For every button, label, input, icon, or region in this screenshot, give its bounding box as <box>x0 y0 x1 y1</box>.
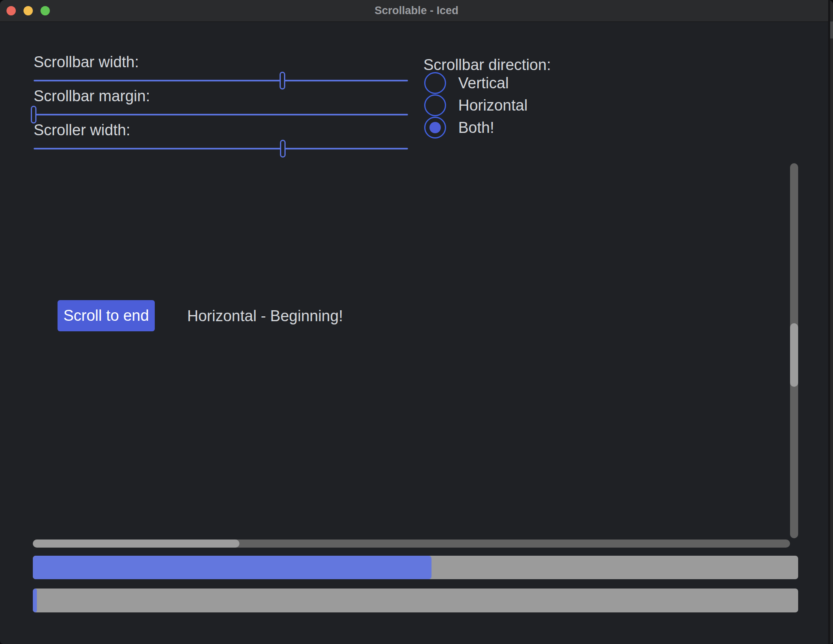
horizontal-scrollbar-track[interactable] <box>33 540 790 548</box>
scrollbar-margin-label: Scrollbar margin: <box>34 87 150 105</box>
scrollbar-width-slider-group: Scrollbar width: <box>34 53 408 90</box>
radio-both-label: Both! <box>458 117 494 139</box>
scrollbar-direction-group: Scrollbar direction: Vertical Horizontal… <box>424 56 627 149</box>
radio-dot-icon <box>429 122 441 133</box>
scrollbar-direction-label: Scrollbar direction: <box>423 56 551 74</box>
scrollbar-width-label: Scrollbar width: <box>34 53 139 71</box>
scroll-status-text: Horizontal - Beginning! <box>187 307 343 325</box>
radio-circle-icon[interactable] <box>424 72 446 94</box>
outer-scrollbar-track[interactable] <box>830 0 833 644</box>
scrollbar-width-slider-rail[interactable] <box>34 80 408 81</box>
vertical-scrollbar-track[interactable] <box>790 163 798 538</box>
app-window: Scrollable - Iced Scrollbar width: Scrol… <box>0 0 833 644</box>
vertical-scrollbar-thumb[interactable] <box>790 323 798 387</box>
scrollbar-margin-slider-rail[interactable] <box>34 114 408 115</box>
minimize-window-button[interactable] <box>23 6 33 15</box>
zoom-window-button[interactable] <box>41 6 50 15</box>
scroll-to-end-button[interactable]: Scroll to end <box>58 300 155 331</box>
window-title: Scrollable - Iced <box>0 0 833 21</box>
title-bar: Scrollable - Iced <box>0 0 833 22</box>
scroller-width-slider-handle[interactable] <box>280 140 286 158</box>
scroller-width-slider-group: Scroller width: <box>34 121 408 158</box>
horizontal-scrollbar-thumb[interactable] <box>33 540 239 548</box>
vertical-progress-bar <box>33 589 798 612</box>
horizontal-progress-bar <box>33 556 798 579</box>
scroller-width-slider-rail[interactable] <box>34 148 408 149</box>
radio-vertical-label: Vertical <box>458 72 509 94</box>
progress-fill <box>33 556 431 579</box>
close-window-button[interactable] <box>6 6 16 15</box>
scroller-width-label: Scroller width: <box>34 121 130 139</box>
radio-circle-icon[interactable] <box>424 117 446 139</box>
outer-scrollbar-thumb[interactable] <box>830 21 833 38</box>
radio-vertical[interactable]: Vertical <box>424 72 509 94</box>
radio-both[interactable]: Both! <box>424 117 494 139</box>
progress-fill <box>33 589 37 612</box>
scrollbar-margin-slider-group: Scrollbar margin: <box>34 87 408 124</box>
radio-horizontal-label: Horizontal <box>458 94 528 116</box>
radio-horizontal[interactable]: Horizontal <box>424 94 528 116</box>
radio-circle-icon[interactable] <box>424 94 446 116</box>
